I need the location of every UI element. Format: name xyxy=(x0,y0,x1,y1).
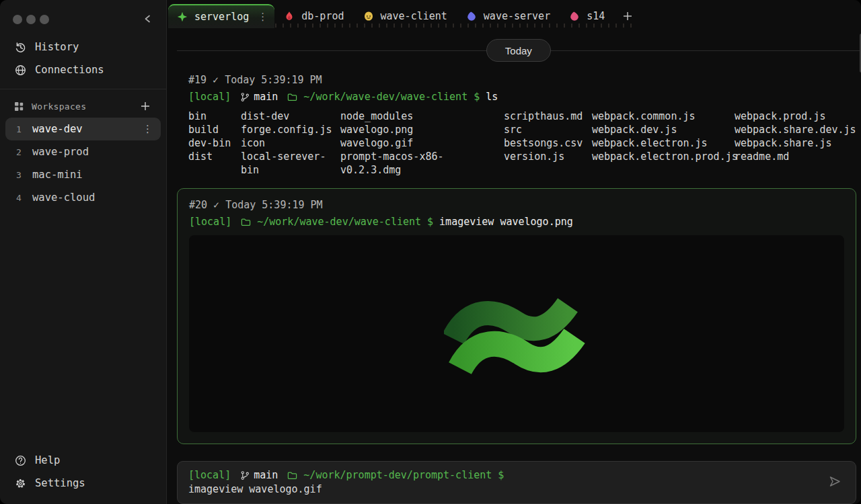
file-name: forge.config.js xyxy=(241,123,340,136)
ls-column: webpack.common.js webpack.dev.js webpack… xyxy=(592,110,735,177)
send-command-button[interactable] xyxy=(827,474,842,491)
file-name: dist xyxy=(188,150,241,163)
command-text: imageview wavelogo.png xyxy=(439,215,573,228)
blob-icon xyxy=(569,11,581,22)
prompt-cwd: ~/work/wave-dev/wave-client xyxy=(257,215,421,228)
workspace-label: wave-prod xyxy=(32,146,153,158)
workspace-menu-icon[interactable]: ⋮ xyxy=(143,124,153,134)
main-area: serverlog ⋮ db-prod wave-client xyxy=(167,0,861,504)
file-name: readme.md xyxy=(735,150,856,163)
window-zoom-button[interactable] xyxy=(40,15,49,24)
file-name: dev-bin xyxy=(188,136,241,150)
workspace-item-mac-mini[interactable]: 3 mac-mini xyxy=(5,163,161,186)
tab-menu-icon[interactable]: ⋮ xyxy=(258,11,268,23)
workspace-label: wave-dev xyxy=(32,123,143,135)
sidebar-top xyxy=(0,0,166,26)
terminal-content: Today #19 ✓ Today 5:39:19 PM [local] xyxy=(167,28,861,504)
command-block-19: #19 ✓ Today 5:39:19 PM [local] main xyxy=(188,73,856,177)
workspace-list: 1 wave-dev ⋮ 2 wave-prod 3 mac-mini 4 wa… xyxy=(5,118,161,209)
file-name: webpack.electron.prod.js xyxy=(592,150,735,163)
workspace-item-wave-cloud[interactable]: 4 wave-cloud xyxy=(5,186,161,209)
workspace-label: wave-cloud xyxy=(32,192,153,204)
folder-icon xyxy=(287,470,297,480)
blob-icon xyxy=(466,11,478,22)
file-name: scripthaus.md xyxy=(504,110,592,123)
file-name: webpack.prod.js xyxy=(735,110,856,123)
globe-icon xyxy=(14,64,27,77)
ls-column: bin build dev-bin dist xyxy=(188,110,241,177)
file-name: webpack.share.js xyxy=(735,136,856,150)
ls-column: scripthaus.md src bestsongs.csv version.… xyxy=(504,110,592,177)
tab-wave-client[interactable]: wave-client xyxy=(354,4,457,28)
tab-label: wave-server xyxy=(484,10,550,22)
command-input[interactable]: [local] main xyxy=(177,461,856,504)
file-name: wavelogo.png xyxy=(340,123,504,136)
ls-column: webpack.prod.js webpack.share.dev.js web… xyxy=(735,110,856,177)
folder-icon xyxy=(241,217,251,227)
file-name: node_modules xyxy=(340,110,504,123)
divider-line xyxy=(551,50,860,51)
date-divider: Today xyxy=(177,39,860,62)
ls-output: bin build dev-bin dist dist-dev forge.co… xyxy=(188,110,856,177)
prompt-symbol: $ xyxy=(427,215,433,228)
ls-column: node_modules wavelogo.png wavelogo.gif p… xyxy=(340,110,504,177)
file-name: build xyxy=(188,123,241,136)
prompt-line: [local] ~/work/wave-dev/wave-client $ im… xyxy=(189,215,844,228)
git-branch-icon xyxy=(240,470,250,480)
workspaces-title: Workspaces xyxy=(32,101,131,112)
plus-icon xyxy=(140,101,151,112)
sidebar-item-help[interactable]: Help xyxy=(0,449,166,472)
flame-icon xyxy=(284,11,295,22)
tab-db-prod[interactable]: db-prod xyxy=(274,4,353,28)
sidebar-item-history[interactable]: History xyxy=(0,36,166,58)
command-input-value[interactable]: imageview wavelogo.gif xyxy=(188,482,818,497)
file-name: webpack.dev.js xyxy=(592,123,735,136)
tab-bar: serverlog ⋮ db-prod wave-client xyxy=(167,0,861,28)
tab-s14[interactable]: s14 xyxy=(560,4,614,28)
prompt-symbol: $ xyxy=(498,468,504,482)
tab-serverlog[interactable]: serverlog ⋮ xyxy=(168,4,274,28)
file-name: bin xyxy=(188,110,241,123)
prompt-cwd: ~/work/wave-dev/wave-client xyxy=(303,90,467,103)
workspaces-grid-icon xyxy=(14,101,24,112)
tab-label: s14 xyxy=(587,10,605,22)
command-number: #20 xyxy=(189,198,207,212)
sidebar: History Connections xyxy=(0,0,167,504)
command-meta: #20 ✓ Today 5:39:19 PM xyxy=(189,198,844,212)
git-branch-icon xyxy=(240,92,250,102)
workspace-item-wave-prod[interactable]: 2 wave-prod xyxy=(5,140,161,163)
add-workspace-button[interactable] xyxy=(139,99,153,114)
tab-label: db-prod xyxy=(301,10,344,22)
workspace-index: 1 xyxy=(16,124,32,134)
app-window: History Connections xyxy=(0,0,861,504)
check-icon: ✓ xyxy=(213,198,219,212)
tab-label: serverlog xyxy=(194,11,249,23)
new-tab-button[interactable] xyxy=(614,4,642,28)
file-name: wavelogo.gif xyxy=(340,136,504,150)
folder-icon xyxy=(287,92,297,102)
tab-wave-server[interactable]: wave-server xyxy=(457,4,560,28)
window-minimize-button[interactable] xyxy=(26,15,36,24)
sidebar-item-label: Connections xyxy=(35,64,104,76)
sidebar-item-settings[interactable]: Settings xyxy=(0,472,166,495)
tab-label: wave-client xyxy=(381,10,447,22)
history-icon xyxy=(14,41,27,54)
gear-icon xyxy=(14,477,27,490)
sparkle-icon xyxy=(177,11,188,23)
sidebar-divider xyxy=(0,89,166,89)
date-pill: Today xyxy=(486,39,551,62)
file-name: src xyxy=(504,123,592,136)
file-name: dist-dev xyxy=(241,110,340,123)
command-block-20[interactable]: #20 ✓ Today 5:39:19 PM [local] ~/work/wa… xyxy=(177,188,856,444)
command-text: ls xyxy=(486,90,498,103)
sidebar-collapse-button[interactable] xyxy=(141,12,155,26)
window-close-button[interactable] xyxy=(13,15,22,24)
plus-icon xyxy=(622,11,634,22)
image-viewer xyxy=(189,235,844,432)
git-branch: main xyxy=(240,468,278,482)
workspace-index: 4 xyxy=(16,193,32,203)
workspace-index: 3 xyxy=(16,170,32,180)
workspace-item-wave-dev[interactable]: 1 wave-dev ⋮ xyxy=(5,118,161,140)
sidebar-item-connections[interactable]: Connections xyxy=(0,58,166,81)
sidebar-item-label: History xyxy=(35,41,79,53)
